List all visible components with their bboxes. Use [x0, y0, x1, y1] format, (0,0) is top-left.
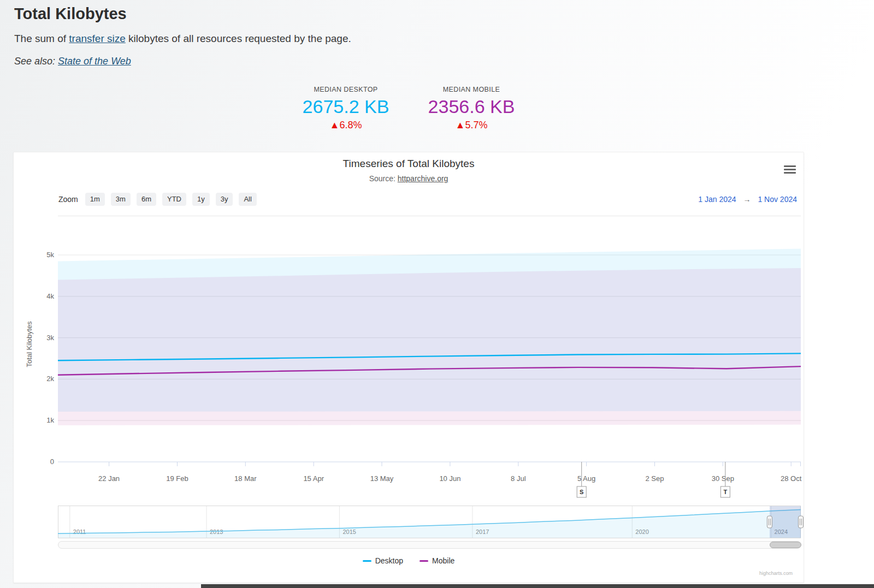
y-axis-label: 2k — [29, 374, 54, 384]
hamburger-bar — [784, 165, 796, 167]
source-link[interactable]: httparchive.org — [398, 174, 448, 183]
hamburger-bar — [784, 172, 796, 174]
range-from-input[interactable]: 1 Jan 2024 — [698, 195, 736, 204]
median-mobile-stat: MEDIAN MOBILE 2356.6 KB ▲5.7% — [418, 85, 525, 132]
zoom-button-1y[interactable]: 1y — [192, 193, 210, 206]
x-axis-label: 18 Mar — [234, 474, 257, 483]
date-range: 1 Jan 2024 → 1 Nov 2024 — [698, 195, 797, 204]
x-axis-label: 8 Jul — [511, 474, 526, 483]
highcharts-credit: highcharts.com — [759, 571, 793, 576]
median-mobile-value: 2356.6 KB — [418, 95, 525, 118]
page-description: The sum of transfer size kilobytes of al… — [14, 32, 615, 46]
y-axis-label: 4k — [29, 292, 54, 301]
see-also-label: See also: — [14, 56, 58, 67]
mobile-iqr-band — [58, 268, 801, 425]
range-selector: Zoom 1m3m6mYTD1y3yAll — [58, 192, 257, 207]
navigator-handle-left[interactable] — [767, 516, 772, 528]
median-desktop-value: 2675.2 KB — [292, 95, 399, 118]
zoom-label: Zoom — [58, 195, 78, 204]
source-label: Source: — [369, 174, 398, 183]
legend-item-desktop[interactable]: Desktop — [363, 556, 403, 565]
next-section-edge — [201, 584, 874, 588]
chart-title: Timeseries of Total Kilobytes — [14, 158, 804, 170]
controls-divider — [58, 216, 801, 216]
zoom-button-3y[interactable]: 3y — [216, 193, 233, 206]
median-desktop-stat: MEDIAN DESKTOP 2675.2 KB ▲6.8% — [292, 85, 399, 132]
median-stats-row: MEDIAN DESKTOP 2675.2 KB ▲6.8% MEDIAN MO… — [13, 85, 804, 132]
page-header: Total Kilobytes The sum of transfer size… — [14, 3, 615, 67]
median-mobile-label: MEDIAN MOBILE — [418, 85, 525, 94]
zoom-button-6m[interactable]: 6m — [137, 193, 156, 206]
navigator[interactable]: 201120132015201720202024 — [58, 506, 801, 538]
page-title: Total Kilobytes — [14, 3, 615, 24]
description-prefix: The sum of — [14, 33, 69, 44]
legend-label: Desktop — [375, 556, 403, 565]
nav-area — [58, 510, 801, 538]
mobile-legend-swatch — [420, 560, 428, 562]
state-of-the-web-link[interactable]: State of the Web — [58, 56, 131, 67]
chart-legend: DesktopMobile — [14, 556, 804, 565]
zoom-button-ytd[interactable]: YTD — [162, 193, 186, 206]
description-suffix: kilobytes of all resources requested by … — [126, 33, 351, 44]
median-desktop-label: MEDIAN DESKTOP — [292, 85, 399, 94]
median-mobile-change: ▲5.7% — [418, 118, 525, 132]
y-axis-label: 5k — [29, 250, 54, 260]
zoom-button-all[interactable]: All — [239, 193, 256, 206]
x-axis-label: 13 May — [370, 474, 394, 483]
legend-label: Mobile — [432, 556, 454, 565]
x-axis-label: 30 Sep — [712, 474, 734, 483]
svg-text:T: T — [723, 489, 727, 495]
transfer-size-link[interactable]: transfer size — [69, 33, 125, 44]
range-arrow-icon: → — [743, 195, 751, 204]
navigator-selection[interactable] — [770, 506, 801, 538]
hamburger-bar — [784, 169, 796, 170]
see-also: See also: State of the Web — [14, 56, 615, 67]
x-axis-label: 28 Oct — [781, 474, 802, 483]
zoom-buttons: 1m3m6mYTD1y3yAll — [85, 193, 257, 206]
chart-context-menu-icon[interactable] — [783, 164, 797, 175]
x-axis-label: 2 Sep — [646, 474, 664, 483]
x-axis-label: 15 Apr — [303, 474, 324, 483]
svg-text:S: S — [580, 489, 583, 495]
median-desktop-change: ▲6.8% — [292, 118, 399, 132]
y-axis-label: 0 — [29, 457, 54, 467]
x-axis-label: 5 Aug — [577, 474, 595, 483]
y-axis-label: 1k — [29, 415, 54, 425]
chart-source: Source: httparchive.org — [14, 174, 804, 183]
desktop-legend-swatch — [363, 560, 371, 562]
y-axis-title: Total Kilobytes — [25, 263, 33, 426]
x-axis-label: 22 Jan — [98, 474, 120, 483]
navigator-handle-right[interactable] — [799, 516, 804, 528]
legend-item-mobile[interactable]: Mobile — [420, 556, 454, 565]
x-axis-label: 19 Feb — [166, 474, 188, 483]
navigator-scrollbar-track[interactable] — [58, 541, 801, 549]
x-axis-label: 10 Jun — [439, 474, 460, 483]
range-to-input[interactable]: 1 Nov 2024 — [758, 195, 797, 204]
zoom-button-1m[interactable]: 1m — [85, 193, 105, 206]
timeseries-plot-area[interactable]: 22 Jan19 Feb18 Mar15 Apr13 May10 Jun8 Ju… — [58, 229, 801, 502]
navigator-scrollbar-thumb[interactable] — [770, 542, 801, 548]
zoom-button-3m[interactable]: 3m — [111, 193, 131, 206]
y-axis-label: 3k — [29, 333, 54, 343]
chart-card: Timeseries of Total Kilobytes Source: ht… — [13, 152, 804, 583]
